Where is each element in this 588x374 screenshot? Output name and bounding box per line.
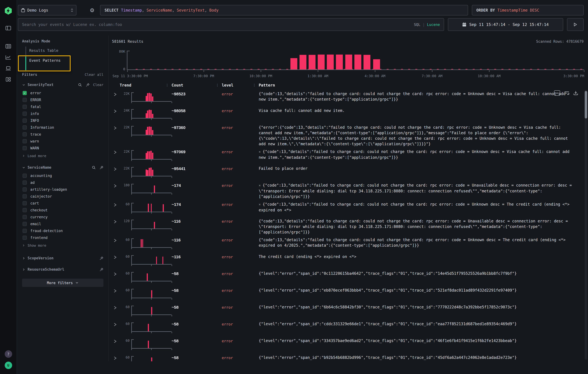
search-input[interactable]: Search your events w/ Lucene ex. column:… xyxy=(18,18,444,31)
pattern-row[interactable]: 60~58error{"level":"error","span_id":"b9… xyxy=(112,353,584,361)
checkbox[interactable] xyxy=(23,119,27,123)
select-query-input[interactable]: SELECT Timestamp, ServiceName, SeverityT… xyxy=(100,5,468,15)
histogram-bar[interactable] xyxy=(300,55,306,70)
filter-option-email[interactable]: email xyxy=(22,221,104,227)
filter-option-INFO[interactable]: INFO xyxy=(22,117,104,124)
pin-icon[interactable] xyxy=(100,165,104,169)
pattern-row[interactable]: 22K~97360error{"error":{"code":13,"detai… xyxy=(112,122,584,147)
pattern-text[interactable]: {"level":"error","span_id":"0c11220615ba… xyxy=(259,271,584,285)
show-more-service[interactable]: Show more xyxy=(22,242,104,249)
row-expand-chevron-icon[interactable] xyxy=(113,304,120,319)
source-select[interactable]: Demo Logs xyxy=(18,5,76,15)
filter-option-WARN[interactable]: WARN xyxy=(22,145,104,152)
checkbox[interactable] xyxy=(23,229,27,233)
filter-option-cainjector[interactable]: cainjector xyxy=(22,193,104,200)
row-expand-chevron-icon[interactable] xyxy=(113,338,120,353)
user-avatar[interactable]: U xyxy=(5,362,12,369)
filter-option-fraud-detection[interactable]: fraud-detection xyxy=(22,227,104,234)
filter-option-info[interactable]: info xyxy=(22,110,104,117)
filter-option-accounting[interactable]: accounting xyxy=(22,172,104,179)
column-resize-handle[interactable]: ⋮ xyxy=(216,83,219,87)
filter-option-currency[interactable]: currency xyxy=(22,214,104,221)
histogram-bar[interactable] xyxy=(327,55,334,70)
search-icon[interactable] xyxy=(92,165,96,169)
histogram-bar[interactable] xyxy=(345,55,352,70)
chart-explorer-icon[interactable] xyxy=(6,55,11,60)
row-expand-chevron-icon[interactable] xyxy=(113,271,120,285)
search-icon[interactable] xyxy=(78,83,82,87)
pattern-text[interactable]: {"code":13,"details":"failed to charge c… xyxy=(259,91,584,106)
histogram-bar[interactable] xyxy=(290,58,297,70)
pattern-text[interactable]: {"code":13,"details":"failed to charge c… xyxy=(259,237,584,252)
filter-option-error[interactable]: ✓error xyxy=(22,90,104,96)
filter-option-artillery-loadgen[interactable]: artillery-loadgen xyxy=(22,186,104,193)
sidebar-toggle-icon[interactable] xyxy=(6,26,11,30)
pattern-row[interactable]: 60~58error{"level":"error","span_id":"eb… xyxy=(112,285,584,302)
histogram-bar[interactable] xyxy=(373,59,380,70)
pin-icon[interactable] xyxy=(100,256,104,260)
pattern-row[interactable]: 22K~98523error{"code":13,"details":"fail… xyxy=(112,89,584,106)
row-expand-chevron-icon[interactable] xyxy=(113,91,120,106)
clear-severity[interactable]: Clear xyxy=(93,83,104,87)
search-logs-icon[interactable] xyxy=(6,44,11,49)
pattern-row[interactable]: 60~174error×{"code":13,"details":"failed… xyxy=(112,199,584,216)
row-expand-chevron-icon[interactable] xyxy=(113,237,120,252)
analysis-mode-results-table[interactable]: Results Table xyxy=(22,45,104,55)
dashboards-icon[interactable] xyxy=(6,77,11,81)
filter-option-frontend[interactable]: frontend xyxy=(22,234,104,241)
filter-option-ERROR[interactable]: ERROR xyxy=(22,96,104,103)
filter-group-severitytext[interactable]: SeverityText xyxy=(28,83,53,87)
pattern-text[interactable]: {"level":"error","span_id":"6b64c6c58842… xyxy=(259,304,584,319)
checkbox[interactable] xyxy=(23,139,27,143)
filter-group-servicename[interactable]: ServiceName xyxy=(28,165,51,170)
wrap-text-icon[interactable] xyxy=(564,91,569,95)
more-filters-button[interactable]: More filters xyxy=(22,279,104,287)
column-header-trend[interactable]: Trend xyxy=(120,83,172,87)
run-query-button[interactable] xyxy=(567,18,584,31)
query-language-toggle[interactable]: SQL | Lucene xyxy=(414,22,440,27)
pattern-text[interactable]: Visa cache full: cannot add new item. xyxy=(259,108,584,122)
pattern-text[interactable]: {"level":"error","span_id":"334357bae9ed… xyxy=(259,338,584,353)
pattern-row[interactable]: 180~174error×{"code":13,"details":"faile… xyxy=(112,180,584,199)
pattern-row[interactable]: 120~116error{"code":13,"details":"failed… xyxy=(112,216,584,235)
chevron-down-icon[interactable] xyxy=(22,83,25,86)
results-histogram[interactable]: 80K 0 Sep 11 3:30:00 PM7:30:00 PM10:30:0… xyxy=(127,51,584,70)
filter-option-cart[interactable]: cart xyxy=(22,200,104,207)
view-source-icon[interactable]: <> xyxy=(554,91,560,96)
checkbox[interactable] xyxy=(23,194,27,198)
histogram-bar[interactable] xyxy=(318,55,325,70)
help-button[interactable]: ? xyxy=(5,350,12,358)
checkbox[interactable] xyxy=(23,181,27,185)
pattern-text[interactable]: {"level":"error","span_id":"b92b54b6882b… xyxy=(259,355,584,361)
column-resize-handle[interactable]: ⋮ xyxy=(166,83,169,87)
pattern-row[interactable]: 60~58error{"level":"error","span_id":"0c… xyxy=(112,268,584,285)
pattern-row[interactable]: 24K~98058errorVisa cache full: cannot ad… xyxy=(112,106,584,122)
row-expand-chevron-icon[interactable] xyxy=(113,149,120,163)
pattern-text[interactable]: {"level":"error","span_id":"cddc331329e6… xyxy=(259,321,584,336)
gear-icon[interactable]: ⚙ xyxy=(90,7,94,13)
order-by-input[interactable]: ORDER BY TimestampTime DESC xyxy=(472,5,584,15)
pattern-row[interactable]: 22K~97069error×{"code":13,"details":"fai… xyxy=(112,147,584,163)
filter-option-Information[interactable]: Information xyxy=(22,124,104,131)
filter-option-fatal[interactable]: fatal xyxy=(22,103,104,110)
row-expand-chevron-icon[interactable] xyxy=(113,108,120,122)
row-expand-chevron-icon[interactable] xyxy=(113,166,120,180)
checkbox[interactable] xyxy=(23,146,27,150)
chevron-down-icon[interactable] xyxy=(22,166,25,169)
pattern-row[interactable]: 60~58error{"level":"error","span_id":"cd… xyxy=(112,319,584,336)
checkbox[interactable] xyxy=(23,222,27,226)
filter-group-resourceschemaurl[interactable]: ResourceSchemaUrl xyxy=(22,267,104,272)
pin-icon[interactable] xyxy=(100,267,104,271)
download-icon[interactable] xyxy=(573,91,578,95)
row-expand-chevron-icon[interactable] xyxy=(113,125,120,147)
pattern-row[interactable]: 60~116errorThe credit card (ending <*> e… xyxy=(112,252,584,268)
row-expand-chevron-icon[interactable] xyxy=(113,287,120,302)
histogram-bar[interactable] xyxy=(363,55,370,70)
pattern-text[interactable]: {"code":13,"details":"failed to charge c… xyxy=(259,218,584,235)
checkbox[interactable] xyxy=(23,174,27,178)
pin-icon[interactable] xyxy=(86,83,90,87)
histogram-bar[interactable] xyxy=(354,55,361,70)
checkbox[interactable]: ✓ xyxy=(23,91,27,95)
pattern-row[interactable]: 60~116error{"code":13,"details":"failed … xyxy=(112,235,584,252)
scrollbar-thumb[interactable] xyxy=(585,91,587,119)
